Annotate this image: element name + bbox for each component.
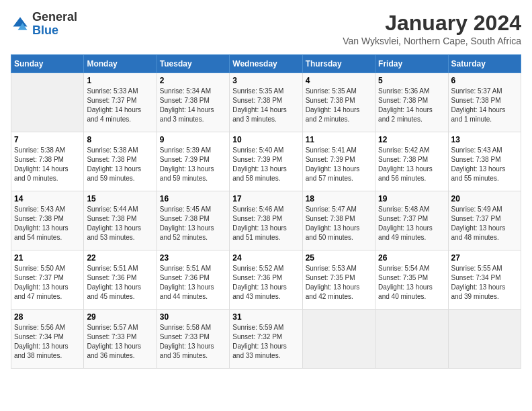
weekday-header-saturday: Saturday <box>448 55 521 73</box>
day-number: 9 <box>160 135 226 144</box>
day-number: 21 <box>14 253 81 263</box>
day-info: Sunrise: 5:44 AMSunset: 7:38 PMDaylight:… <box>87 205 153 242</box>
day-info: Sunrise: 5:53 AMSunset: 7:35 PMDaylight:… <box>306 264 372 302</box>
calendar-cell: 26Sunrise: 5:54 AMSunset: 7:35 PMDayligh… <box>375 250 448 310</box>
day-number: 3 <box>232 76 299 85</box>
day-info: Sunrise: 5:52 AMSunset: 7:36 PMDaylight:… <box>232 264 299 302</box>
day-number: 25 <box>306 253 372 263</box>
day-number: 22 <box>87 253 153 263</box>
day-info: Sunrise: 5:50 AMSunset: 7:37 PMDaylight:… <box>14 264 81 302</box>
calendar-cell: 29Sunrise: 5:57 AMSunset: 7:33 PMDayligh… <box>84 310 157 369</box>
week-row-3: 14Sunrise: 5:43 AMSunset: 7:38 PMDayligh… <box>11 191 521 250</box>
title-block: January 2024 Van Wyksvlei, Northern Cape… <box>343 11 521 46</box>
calendar-cell: 14Sunrise: 5:43 AMSunset: 7:38 PMDayligh… <box>11 191 84 250</box>
calendar-cell: 19Sunrise: 5:48 AMSunset: 7:37 PMDayligh… <box>375 191 448 250</box>
day-number: 24 <box>232 253 299 263</box>
day-number: 31 <box>232 312 299 322</box>
day-info: Sunrise: 5:36 AMSunset: 7:38 PMDaylight:… <box>378 87 445 124</box>
day-number: 2 <box>160 76 226 85</box>
day-number: 30 <box>160 312 226 322</box>
day-number: 1 <box>87 76 153 85</box>
day-number: 27 <box>451 253 518 263</box>
weekday-header-thursday: Thursday <box>302 55 375 73</box>
calendar-cell: 11Sunrise: 5:41 AMSunset: 7:39 PMDayligh… <box>302 132 375 191</box>
calendar-cell: 16Sunrise: 5:45 AMSunset: 7:38 PMDayligh… <box>157 191 229 250</box>
day-info: Sunrise: 5:48 AMSunset: 7:37 PMDaylight:… <box>378 205 445 242</box>
calendar-cell: 10Sunrise: 5:40 AMSunset: 7:39 PMDayligh… <box>230 132 302 191</box>
day-info: Sunrise: 5:54 AMSunset: 7:35 PMDaylight:… <box>378 264 445 302</box>
day-info: Sunrise: 5:51 AMSunset: 7:36 PMDaylight:… <box>87 264 153 302</box>
day-info: Sunrise: 5:38 AMSunset: 7:38 PMDaylight:… <box>87 146 153 183</box>
svg-marker-0 <box>13 17 28 26</box>
calendar-cell: 17Sunrise: 5:46 AMSunset: 7:38 PMDayligh… <box>230 191 302 250</box>
day-number: 13 <box>451 135 518 144</box>
day-info: Sunrise: 5:57 AMSunset: 7:33 PMDaylight:… <box>87 323 153 361</box>
day-number: 18 <box>306 194 372 203</box>
day-info: Sunrise: 5:56 AMSunset: 7:34 PMDaylight:… <box>14 323 81 361</box>
day-number: 7 <box>14 135 81 144</box>
calendar-cell: 9Sunrise: 5:39 AMSunset: 7:39 PMDaylight… <box>157 132 229 191</box>
calendar-cell: 13Sunrise: 5:43 AMSunset: 7:38 PMDayligh… <box>448 132 521 191</box>
day-info: Sunrise: 5:46 AMSunset: 7:38 PMDaylight:… <box>232 205 299 242</box>
day-number: 20 <box>451 194 518 203</box>
day-number: 15 <box>87 194 153 203</box>
weekday-header-friday: Friday <box>375 55 448 73</box>
day-info: Sunrise: 5:40 AMSunset: 7:39 PMDaylight:… <box>232 146 299 183</box>
day-number: 4 <box>306 76 372 85</box>
calendar-cell: 20Sunrise: 5:49 AMSunset: 7:37 PMDayligh… <box>448 191 521 250</box>
calendar-cell <box>448 310 521 369</box>
calendar-cell: 2Sunrise: 5:34 AMSunset: 7:38 PMDaylight… <box>157 73 229 132</box>
calendar-cell: 31Sunrise: 5:59 AMSunset: 7:32 PMDayligh… <box>230 310 302 369</box>
calendar-cell: 23Sunrise: 5:51 AMSunset: 7:36 PMDayligh… <box>157 250 229 310</box>
day-info: Sunrise: 5:37 AMSunset: 7:38 PMDaylight:… <box>451 87 518 124</box>
calendar-cell: 7Sunrise: 5:38 AMSunset: 7:38 PMDaylight… <box>11 132 84 191</box>
day-number: 23 <box>160 253 226 263</box>
day-info: Sunrise: 5:35 AMSunset: 7:38 PMDaylight:… <box>232 87 299 124</box>
day-info: Sunrise: 5:47 AMSunset: 7:38 PMDaylight:… <box>306 205 372 242</box>
day-number: 11 <box>306 135 372 144</box>
day-number: 29 <box>87 312 153 322</box>
calendar-cell: 24Sunrise: 5:52 AMSunset: 7:36 PMDayligh… <box>230 250 302 310</box>
logo-icon <box>11 15 30 34</box>
calendar-cell: 12Sunrise: 5:42 AMSunset: 7:38 PMDayligh… <box>375 132 448 191</box>
location-title: Van Wyksvlei, Northern Cape, South Afric… <box>343 36 521 46</box>
day-info: Sunrise: 5:42 AMSunset: 7:38 PMDaylight:… <box>378 146 445 183</box>
calendar-cell: 8Sunrise: 5:38 AMSunset: 7:38 PMDaylight… <box>84 132 157 191</box>
day-info: Sunrise: 5:43 AMSunset: 7:38 PMDaylight:… <box>14 205 81 242</box>
weekday-header-wednesday: Wednesday <box>230 55 302 73</box>
day-info: Sunrise: 5:35 AMSunset: 7:38 PMDaylight:… <box>306 87 372 124</box>
weekday-header-sunday: Sunday <box>11 55 84 73</box>
day-number: 17 <box>232 194 299 203</box>
calendar-table: SundayMondayTuesdayWednesdayThursdayFrid… <box>11 54 521 369</box>
calendar-cell: 18Sunrise: 5:47 AMSunset: 7:38 PMDayligh… <box>302 191 375 250</box>
week-row-4: 21Sunrise: 5:50 AMSunset: 7:37 PMDayligh… <box>11 250 521 310</box>
calendar-cell: 21Sunrise: 5:50 AMSunset: 7:37 PMDayligh… <box>11 250 84 310</box>
day-info: Sunrise: 5:38 AMSunset: 7:38 PMDaylight:… <box>14 146 81 183</box>
calendar-cell: 4Sunrise: 5:35 AMSunset: 7:38 PMDaylight… <box>302 73 375 132</box>
day-info: Sunrise: 5:33 AMSunset: 7:37 PMDaylight:… <box>87 87 153 124</box>
week-row-1: 1Sunrise: 5:33 AMSunset: 7:37 PMDaylight… <box>11 73 521 132</box>
logo-text: General Blue <box>32 11 77 38</box>
calendar-cell <box>11 73 84 132</box>
calendar-cell: 1Sunrise: 5:33 AMSunset: 7:37 PMDaylight… <box>84 73 157 132</box>
day-number: 12 <box>378 135 445 144</box>
day-info: Sunrise: 5:34 AMSunset: 7:38 PMDaylight:… <box>160 87 226 124</box>
day-number: 16 <box>160 194 226 203</box>
day-info: Sunrise: 5:55 AMSunset: 7:34 PMDaylight:… <box>451 264 518 302</box>
calendar-cell: 6Sunrise: 5:37 AMSunset: 7:38 PMDaylight… <box>448 73 521 132</box>
calendar-cell <box>375 310 448 369</box>
day-info: Sunrise: 5:58 AMSunset: 7:33 PMDaylight:… <box>160 323 226 361</box>
logo: General Blue <box>11 11 77 38</box>
calendar-cell: 27Sunrise: 5:55 AMSunset: 7:34 PMDayligh… <box>448 250 521 310</box>
calendar-cell: 30Sunrise: 5:58 AMSunset: 7:33 PMDayligh… <box>157 310 229 369</box>
weekday-header-tuesday: Tuesday <box>157 55 229 73</box>
day-number: 10 <box>232 135 299 144</box>
week-row-2: 7Sunrise: 5:38 AMSunset: 7:38 PMDaylight… <box>11 132 521 191</box>
day-info: Sunrise: 5:59 AMSunset: 7:32 PMDaylight:… <box>232 323 299 361</box>
day-info: Sunrise: 5:43 AMSunset: 7:38 PMDaylight:… <box>451 146 518 183</box>
day-info: Sunrise: 5:41 AMSunset: 7:39 PMDaylight:… <box>306 146 372 183</box>
calendar-cell <box>302 310 375 369</box>
weekday-header-monday: Monday <box>84 55 157 73</box>
day-info: Sunrise: 5:39 AMSunset: 7:39 PMDaylight:… <box>160 146 226 183</box>
calendar-cell: 15Sunrise: 5:44 AMSunset: 7:38 PMDayligh… <box>84 191 157 250</box>
